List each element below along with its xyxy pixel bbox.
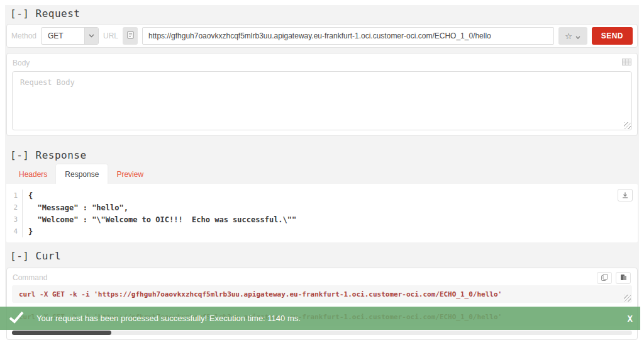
line-number: 3	[9, 213, 23, 225]
response-panel: 1 { 2 "Message" : "hello", 3 "Welcome" :…	[6, 184, 638, 242]
method-value: GET	[42, 31, 84, 40]
chevron-down-icon	[84, 28, 98, 44]
paste-command-button[interactable]	[616, 272, 631, 284]
line-number: 4	[9, 225, 23, 237]
content-background	[5, 5, 639, 307]
clipboard-icon	[620, 273, 627, 283]
response-section-header[interactable]: [-] Response	[10, 149, 87, 161]
url-input[interactable]	[142, 27, 554, 45]
command-label: Command	[13, 273, 47, 282]
copy-icon	[601, 273, 608, 283]
curl-command-block[interactable]: curl -X GET -k -i 'https://gfhguh7oaovkx…	[12, 285, 632, 303]
line-text: {	[23, 191, 33, 200]
favorite-box[interactable]: ☆	[558, 27, 587, 45]
tab-preview[interactable]: Preview	[108, 164, 152, 184]
line-text: "Message" : "hello",	[23, 203, 128, 212]
line-number: 2	[9, 201, 23, 213]
send-button[interactable]: SEND	[592, 27, 633, 45]
success-toast: Your request has been processed successf…	[0, 307, 640, 330]
line-text: "Welcome" : "\"Welcome to OIC!!! Echo wa…	[23, 215, 296, 224]
response-tabs: Headers Response Preview	[10, 164, 152, 184]
code-line: 3 "Welcome" : "\"Welcome to OIC!!! Echo …	[9, 213, 296, 225]
form-grid-icon[interactable]	[622, 58, 631, 67]
request-section-header[interactable]: [-] Request	[10, 8, 80, 20]
resize-handle[interactable]	[624, 122, 631, 129]
method-label: Method	[11, 31, 36, 40]
url-label: URL	[103, 31, 118, 40]
download-response-button[interactable]	[618, 189, 633, 201]
tab-response[interactable]: Response	[56, 164, 108, 184]
toast-message: Your request has been processed successf…	[36, 314, 301, 323]
code-line: 4 }	[9, 225, 296, 237]
request-body-input[interactable]	[12, 71, 632, 130]
close-icon[interactable]: X	[628, 314, 633, 324]
file-icon	[127, 31, 134, 41]
line-number: 1	[9, 190, 23, 201]
copy-command-button[interactable]	[597, 272, 612, 284]
horizontal-scrollbar[interactable]	[12, 331, 632, 335]
url-history-button[interactable]	[123, 27, 138, 45]
line-text: }	[23, 227, 33, 236]
star-icon[interactable]: ☆	[565, 32, 572, 40]
curl-command-text: curl -X GET -k -i 'https://gfhguh7oaovkx…	[12, 290, 502, 298]
chevron-down-icon[interactable]	[575, 30, 580, 42]
download-icon	[622, 191, 628, 200]
resize-handle[interactable]	[624, 295, 631, 302]
checkmark-icon	[9, 311, 24, 326]
scrollbar-thumb[interactable]	[12, 331, 111, 335]
tab-headers[interactable]: Headers	[10, 164, 56, 184]
response-body-code[interactable]: 1 { 2 "Message" : "hello", 3 "Welcome" :…	[9, 190, 296, 237]
curl-section-header[interactable]: [-] Curl	[10, 250, 61, 262]
request-toolbar: Method GET URL ☆ SEND	[6, 24, 638, 48]
method-select[interactable]: GET	[41, 27, 99, 45]
code-line: 2 "Message" : "hello",	[9, 201, 296, 213]
code-line: 1 {	[9, 190, 296, 201]
body-label: Body	[13, 59, 30, 67]
request-body-card: Body	[6, 53, 638, 136]
rest-client-app: [-] Request Method GET URL ☆ SEND Body	[0, 0, 644, 340]
